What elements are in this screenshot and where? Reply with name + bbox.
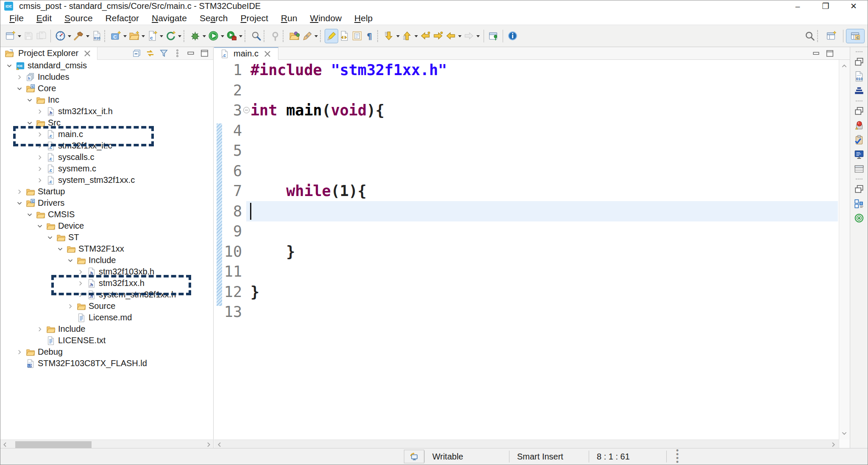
code-line-12[interactable]: 12} bbox=[214, 282, 839, 302]
chevron-right-icon[interactable] bbox=[36, 154, 44, 161]
previous-edit-location-button[interactable] bbox=[419, 29, 431, 43]
chevron-right-icon[interactable] bbox=[77, 280, 84, 287]
generate-code-dropdown-icon[interactable] bbox=[177, 29, 182, 43]
search-button[interactable] bbox=[250, 29, 262, 43]
menu-run[interactable]: Run bbox=[275, 13, 304, 23]
debug-dropdown-icon[interactable] bbox=[201, 29, 207, 43]
code-line-3[interactable]: 3int main(void){ bbox=[214, 100, 839, 120]
chevron-right-icon[interactable] bbox=[16, 348, 23, 356]
new-project-dropdown-icon[interactable] bbox=[140, 29, 146, 43]
tasks-icon[interactable] bbox=[853, 133, 865, 147]
maximize-view-icon[interactable] bbox=[824, 48, 835, 59]
restore-view-icon[interactable] bbox=[853, 182, 865, 196]
mark-occurrences-button[interactable] bbox=[325, 29, 338, 43]
tree-item-stm32f1xx[interactable]: STM32F1xx bbox=[0, 243, 213, 255]
new-c-file-button[interactable]: c bbox=[146, 29, 159, 43]
info-button[interactable] bbox=[506, 29, 519, 43]
back-button[interactable] bbox=[444, 29, 457, 43]
new-c-project-button[interactable]: C bbox=[109, 29, 122, 43]
chevron-down-icon[interactable] bbox=[16, 85, 23, 92]
tree-item-standard-cmsis[interactable]: IDEstandard_cmsis bbox=[0, 60, 213, 71]
chevron-right-icon[interactable] bbox=[36, 176, 44, 184]
scroll-left-icon[interactable] bbox=[216, 441, 223, 448]
external-tools-button[interactable] bbox=[225, 29, 238, 43]
save-all-button[interactable] bbox=[35, 29, 47, 43]
code-line-13[interactable]: 13 bbox=[214, 302, 839, 322]
open-element-button[interactable] bbox=[269, 29, 281, 43]
back-dropdown-icon[interactable] bbox=[457, 29, 462, 43]
menu-source[interactable]: Source bbox=[58, 13, 99, 23]
chevron-right-icon[interactable] bbox=[16, 188, 23, 196]
new-wizard-dropdown-icon[interactable] bbox=[17, 29, 22, 43]
tree-item-device[interactable]: Device bbox=[0, 220, 213, 232]
chevron-down-icon[interactable] bbox=[26, 211, 33, 218]
code-line-1[interactable]: 1#include "stm32f1xx.h" bbox=[214, 60, 839, 80]
menu-refactor[interactable]: Refactor bbox=[99, 13, 145, 23]
tree-item-system-stm32f1xx-c[interactable]: .csystem_stm32f1xx.c bbox=[0, 174, 213, 186]
chevron-down-icon[interactable] bbox=[46, 234, 54, 241]
external-tools-dropdown-icon[interactable] bbox=[238, 29, 243, 43]
collapse-all-icon[interactable] bbox=[131, 48, 142, 59]
close-button[interactable]: ✕ bbox=[840, 0, 868, 12]
minimize-icon[interactable] bbox=[185, 48, 196, 59]
new-wizard-button[interactable] bbox=[4, 29, 17, 43]
restore-view-icon[interactable] bbox=[853, 55, 865, 69]
tree-item-include[interactable]: Include bbox=[0, 255, 213, 266]
menu-window[interactable]: Window bbox=[303, 13, 348, 23]
maximize-icon[interactable] bbox=[199, 48, 210, 59]
chevron-down-icon[interactable] bbox=[67, 257, 74, 264]
device-configuration-button[interactable] bbox=[54, 29, 67, 43]
open-resource-button[interactable] bbox=[288, 29, 300, 43]
run-dropdown-icon[interactable] bbox=[220, 29, 225, 43]
code-line-9[interactable]: 9 bbox=[214, 221, 839, 241]
properties-icon[interactable] bbox=[853, 162, 865, 176]
forward-dropdown-icon[interactable] bbox=[475, 29, 481, 43]
tree-item-stm32f1xx-it-h[interactable]: .hstm32f1xx_it.h bbox=[0, 106, 213, 117]
console-icon[interactable] bbox=[853, 147, 865, 162]
code-line-7[interactable]: 7 while(1){ bbox=[214, 181, 839, 201]
scroll-right-icon[interactable] bbox=[829, 441, 837, 448]
editor-presentation-button[interactable] bbox=[404, 450, 424, 463]
chevron-down-icon[interactable] bbox=[36, 222, 44, 230]
chevron-right-icon[interactable] bbox=[36, 131, 44, 138]
explorer-horizontal-scrollbar[interactable] bbox=[0, 440, 213, 449]
static-stack-analyzer-icon[interactable] bbox=[853, 84, 865, 98]
code-line-2[interactable]: 2 bbox=[214, 80, 839, 101]
tree-item-source[interactable]: Source bbox=[0, 300, 213, 312]
tree-item-src[interactable]: Src bbox=[0, 117, 213, 129]
next-annotation-dropdown-icon[interactable] bbox=[395, 29, 401, 43]
tree-item-syscalls-c[interactable]: .csyscalls.c bbox=[0, 151, 213, 163]
code-line-6[interactable]: 6 bbox=[214, 161, 839, 181]
tree-item-inc[interactable]: Inc bbox=[0, 94, 213, 106]
tree-item-main-c[interactable]: .cmain.c bbox=[0, 129, 213, 140]
tree-item-stm32f103xb-h[interactable]: .hstm32f103xb.h bbox=[0, 266, 213, 277]
restore-view-icon[interactable] bbox=[853, 104, 865, 118]
forward-button[interactable] bbox=[462, 29, 475, 43]
tree-item-debug[interactable]: Debug bbox=[0, 346, 213, 358]
minimize-view-icon[interactable] bbox=[811, 48, 822, 59]
menu-file[interactable]: File bbox=[3, 13, 30, 23]
run-button[interactable] bbox=[207, 29, 220, 43]
outline-icon[interactable] bbox=[853, 196, 865, 211]
show-whitespace-button[interactable]: ¶ bbox=[363, 29, 376, 43]
chevron-down-icon[interactable] bbox=[56, 245, 64, 253]
open-perspective-button[interactable] bbox=[822, 29, 840, 43]
generate-code-button[interactable] bbox=[164, 29, 177, 43]
tab-main-c[interactable]: .c main.c bbox=[214, 47, 278, 60]
prev-annotation-dropdown-icon[interactable] bbox=[413, 29, 419, 43]
link-with-editor-icon[interactable] bbox=[145, 48, 156, 59]
tree-item-stm32f1xx-h[interactable]: .hstm32f1xx.h bbox=[0, 277, 213, 289]
chevron-down-icon[interactable] bbox=[6, 62, 13, 70]
tree-item-system-stm32f1xx-h[interactable]: .hsystem_stm32f1xx.h bbox=[0, 289, 213, 300]
scroll-left-icon[interactable] bbox=[1, 441, 9, 448]
sfr-view-icon[interactable] bbox=[853, 118, 865, 133]
menu-navigate[interactable]: Navigate bbox=[145, 13, 193, 23]
toggle-source-header-button[interactable] bbox=[338, 29, 351, 43]
build-button[interactable] bbox=[72, 29, 85, 43]
c-cpp-perspective-button[interactable]: C bbox=[846, 29, 864, 43]
chevron-down-icon[interactable] bbox=[16, 199, 23, 207]
scrollbar-thumb[interactable] bbox=[15, 441, 92, 448]
editor-vertical-scrollbar[interactable] bbox=[839, 60, 850, 440]
fold-collapse-icon[interactable] bbox=[243, 107, 250, 113]
tree-item-st[interactable]: ST bbox=[0, 232, 213, 243]
